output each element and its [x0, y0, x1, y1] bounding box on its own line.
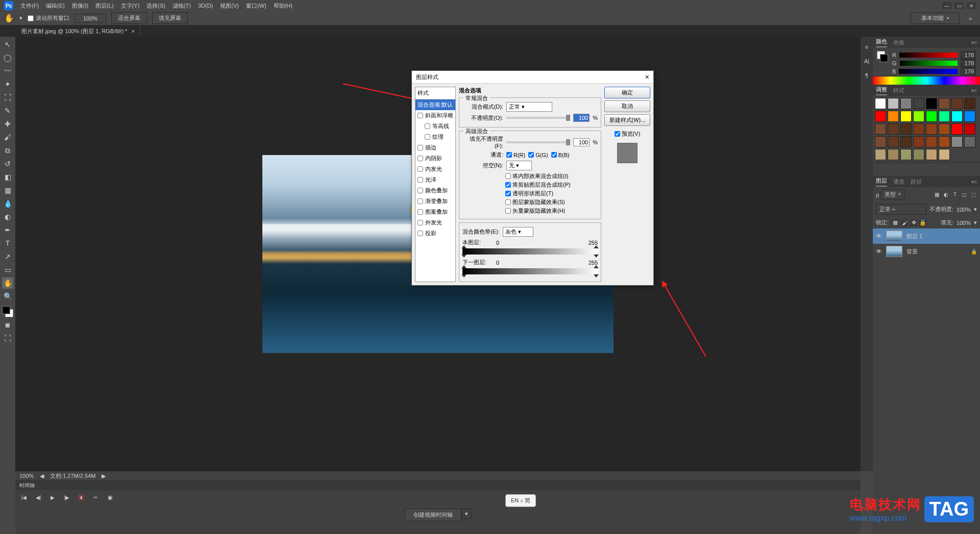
- tab-channels[interactable]: 通道: [893, 178, 904, 186]
- transition-icon[interactable]: ▣: [105, 493, 114, 501]
- panel-menu-icon[interactable]: ▾≡: [971, 179, 977, 185]
- style-swatch[interactable]: [951, 123, 963, 135]
- hand-tool[interactable]: ✋: [2, 277, 13, 289]
- menu-filter[interactable]: 滤镜(T): [173, 2, 191, 10]
- style-swatch[interactable]: [913, 98, 924, 109]
- b-value[interactable]: 178: [961, 67, 976, 75]
- stamp-tool[interactable]: ⧉: [2, 145, 13, 156]
- opacity-slider[interactable]: [506, 117, 570, 119]
- fill-opacity-slider[interactable]: [506, 141, 570, 143]
- style-item[interactable]: 投影: [415, 228, 455, 239]
- filter-type-icon[interactable]: T: [951, 191, 959, 198]
- fill-opacity-input[interactable]: 100: [573, 138, 590, 146]
- this-layer-range[interactable]: [462, 248, 598, 255]
- tab-styles[interactable]: 样式: [893, 87, 904, 94]
- tab-paths[interactable]: 路径: [911, 178, 922, 186]
- style-swatch[interactable]: [913, 136, 924, 147]
- menu-select[interactable]: 选择(S): [146, 2, 165, 10]
- filter-shape-icon[interactable]: ◻: [961, 191, 968, 198]
- next-frame-icon[interactable]: |▶: [62, 493, 71, 501]
- style-swatch[interactable]: [888, 149, 899, 160]
- close-button[interactable]: ✕: [967, 2, 976, 9]
- style-swatch[interactable]: [926, 149, 937, 160]
- ok-button[interactable]: 确定: [604, 87, 650, 98]
- minimize-button[interactable]: —: [942, 2, 951, 9]
- tab-adjustments[interactable]: 调整: [876, 86, 887, 95]
- style-swatch[interactable]: [875, 123, 886, 135]
- blendif-select[interactable]: 灰色 ▾: [503, 227, 533, 237]
- timeline-tab[interactable]: 时间轴: [15, 481, 861, 490]
- style-swatch[interactable]: [913, 111, 924, 122]
- quickmask-tool[interactable]: ◙: [2, 319, 13, 330]
- blend-mode-select[interactable]: 正常 ÷: [876, 204, 926, 215]
- prev-frame-icon[interactable]: ◀|: [34, 493, 43, 501]
- advanced-checkbox[interactable]: 将剪贴图层混合成组(P): [505, 181, 598, 189]
- r-value[interactable]: 178: [961, 51, 976, 59]
- eyedropper-tool[interactable]: ✎: [2, 105, 13, 116]
- style-swatch[interactable]: [951, 136, 963, 147]
- style-swatch[interactable]: [951, 111, 963, 122]
- style-swatch[interactable]: [875, 98, 886, 109]
- gradient-tool[interactable]: ▦: [2, 185, 13, 196]
- underlying-range[interactable]: [462, 268, 598, 274]
- play-icon[interactable]: ▶: [48, 493, 57, 501]
- style-swatch[interactable]: [926, 98, 937, 109]
- menu-help[interactable]: 帮助(H): [274, 2, 292, 10]
- style-swatch[interactable]: [913, 123, 924, 135]
- create-video-timeline-button[interactable]: 创建视频时间轴: [405, 508, 461, 521]
- style-swatch[interactable]: [939, 149, 950, 160]
- lock-transparency-icon[interactable]: ▦: [892, 219, 899, 226]
- advanced-checkbox[interactable]: 矢量蒙版隐藏效果(H): [505, 207, 598, 215]
- layer-fill[interactable]: 100%: [957, 220, 971, 226]
- style-swatch[interactable]: [964, 98, 975, 109]
- color-panel-swatch[interactable]: [877, 51, 888, 62]
- style-swatch[interactable]: [888, 111, 899, 122]
- menu-3d[interactable]: 3D(D): [198, 3, 213, 9]
- document-tab[interactable]: 图片素材.jpeg @ 100% (图层 1, RGB/8#) *×: [16, 26, 140, 37]
- style-swatch[interactable]: [964, 123, 975, 135]
- style-item[interactable]: 描边: [415, 142, 455, 153]
- menu-view[interactable]: 视图(V): [220, 2, 239, 10]
- spectrum-bar[interactable]: [873, 77, 980, 85]
- char-panel-icon[interactable]: A|: [864, 58, 869, 64]
- advanced-checkbox[interactable]: 透明形状图层(T): [505, 190, 598, 197]
- dodge-tool[interactable]: ◐: [2, 211, 13, 222]
- style-item[interactable]: 光泽: [415, 174, 455, 185]
- opacity-input[interactable]: 100: [573, 114, 590, 122]
- filter-pixel-icon[interactable]: ▦: [933, 191, 940, 198]
- style-item[interactable]: 等高线: [415, 121, 455, 132]
- tab-layers[interactable]: 图层: [876, 177, 887, 187]
- status-zoom[interactable]: 100%: [19, 473, 34, 479]
- style-swatch[interactable]: [939, 111, 950, 122]
- style-swatch[interactable]: [926, 136, 937, 147]
- style-swatch[interactable]: [900, 111, 912, 122]
- style-item[interactable]: 混合选项:默认: [415, 99, 455, 110]
- style-swatch[interactable]: [939, 98, 950, 109]
- filter-smart-icon[interactable]: ⬚: [970, 191, 977, 198]
- style-swatch[interactable]: [875, 149, 886, 160]
- blur-tool[interactable]: 💧: [2, 198, 13, 209]
- knockout-select[interactable]: 无 ▾: [506, 161, 532, 170]
- screenmode-tool[interactable]: ⛶: [2, 333, 13, 344]
- style-item[interactable]: 内阴影: [415, 153, 455, 164]
- style-swatch[interactable]: [900, 98, 912, 109]
- g-value[interactable]: 178: [961, 59, 976, 67]
- zoom-tool[interactable]: 🔍: [2, 291, 13, 302]
- panel-menu-icon[interactable]: ▾≡: [971, 40, 977, 45]
- pen-tool[interactable]: ✒: [2, 224, 13, 236]
- lock-all-icon[interactable]: 🔒: [919, 219, 926, 226]
- style-item[interactable]: 颜色叠加: [415, 185, 455, 196]
- advanced-checkbox[interactable]: 图层蒙版隐藏效果(S): [505, 198, 598, 206]
- advanced-checkbox[interactable]: 将内部效果混合成组(I): [505, 172, 598, 180]
- fit-screen-button[interactable]: 适合屏幕: [111, 12, 147, 24]
- style-swatch[interactable]: [900, 123, 912, 135]
- menu-layer[interactable]: 图层(L): [95, 2, 113, 10]
- style-item[interactable]: 图案叠加: [415, 207, 455, 217]
- menu-window[interactable]: 窗口(W): [246, 2, 266, 10]
- layer-filter-kind[interactable]: 类型÷: [881, 189, 904, 200]
- panel-menu-icon[interactable]: ▾≡: [971, 88, 977, 93]
- lasso-tool[interactable]: 〰: [2, 65, 13, 77]
- style-item[interactable]: 纹理: [415, 132, 455, 142]
- fill-screen-button[interactable]: 填充屏幕: [152, 12, 188, 24]
- style-swatch[interactable]: [900, 149, 912, 160]
